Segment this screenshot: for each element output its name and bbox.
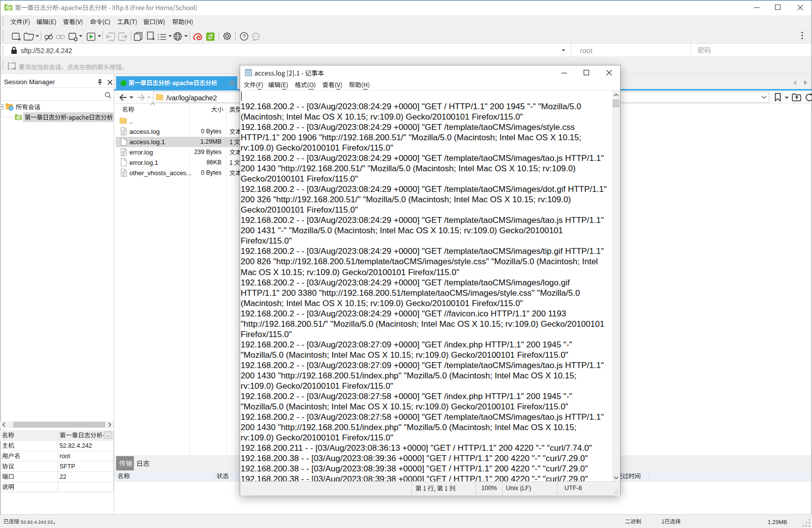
svg-text:?: ? [243, 33, 246, 39]
